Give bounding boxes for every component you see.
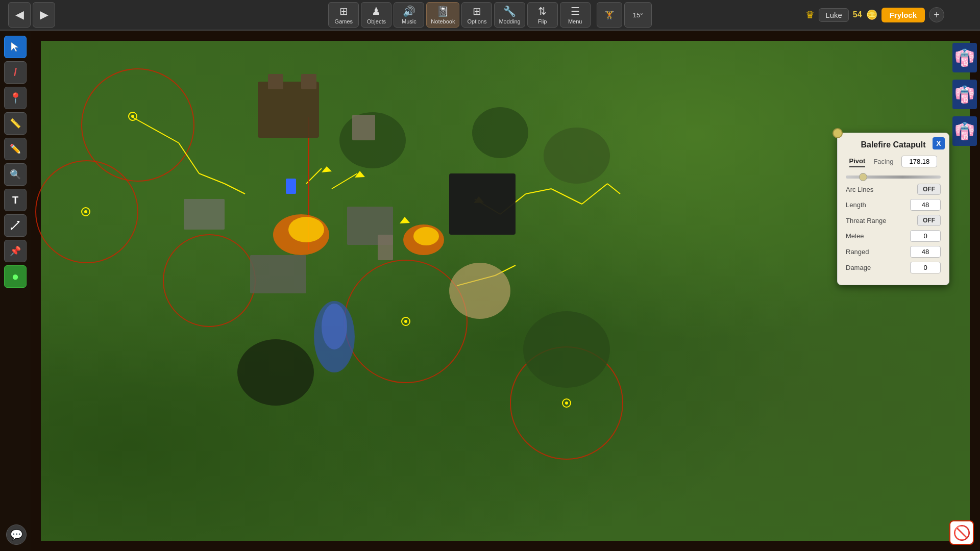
draw-tool[interactable]: / bbox=[4, 61, 27, 84]
coin-icon: 🪙 bbox=[866, 9, 877, 20]
length-label: Length bbox=[846, 201, 866, 209]
arc-lines-toggle[interactable]: OFF bbox=[917, 184, 941, 195]
draw-icon: / bbox=[14, 66, 17, 79]
options-icon: ⊞ bbox=[473, 5, 481, 17]
threat-range-row: Threat Range OFF bbox=[846, 215, 941, 226]
games-button[interactable]: ⊞ Games bbox=[328, 2, 359, 28]
luke-label: Luke bbox=[819, 8, 849, 22]
pin-tool[interactable]: 📍 bbox=[4, 87, 27, 109]
map-background bbox=[31, 31, 980, 551]
pencil-tool[interactable]: ✏️ bbox=[4, 138, 27, 160]
facing-slider[interactable] bbox=[846, 176, 941, 179]
avatar-3-icon: 👘 bbox=[954, 121, 975, 141]
cursor-icon bbox=[10, 41, 21, 53]
active-user-button[interactable]: Frylock bbox=[881, 8, 925, 22]
threat-range-label: Threat Range bbox=[846, 217, 887, 224]
notebook-icon: 📓 bbox=[436, 5, 449, 17]
map-area[interactable] bbox=[31, 31, 980, 551]
games-icon: ⊞ bbox=[339, 5, 348, 17]
left-tools-panel: / 📍 📏 ✏️ 🔍 T 📌 ● bbox=[4, 36, 27, 288]
music-button[interactable]: 🔊 Music bbox=[394, 2, 424, 28]
avatars-panel: 👘 👘 👘 bbox=[950, 41, 980, 148]
modding-icon: 🔧 bbox=[503, 5, 516, 17]
pencil-icon: ✏️ bbox=[10, 143, 21, 155]
pointer-tool[interactable]: 📌 bbox=[4, 240, 27, 262]
user-crown-icon: ♛ bbox=[805, 9, 815, 21]
toolbar: ◀ ▶ ⊞ Games ♟ Objects 🔊 Music 📓 Notebook… bbox=[0, 0, 980, 31]
menu-icon: ☰ bbox=[571, 5, 580, 17]
ranged-value[interactable]: 48 bbox=[910, 246, 941, 258]
svg-line-1 bbox=[11, 221, 19, 230]
action-button[interactable]: 🏋 bbox=[597, 2, 622, 28]
facing-value[interactable]: 178.18 bbox=[901, 156, 937, 167]
damage-value[interactable]: 0 bbox=[910, 262, 941, 273]
ruler-tool[interactable]: 📏 bbox=[4, 112, 27, 135]
arc-lines-row: Arc Lines OFF bbox=[846, 184, 941, 195]
avatar-1-icon: 👘 bbox=[954, 48, 975, 67]
measure-tool[interactable] bbox=[4, 214, 27, 237]
green-dot-tool[interactable]: ● bbox=[4, 265, 27, 288]
modding-button[interactable]: 🔧 Modding bbox=[494, 2, 525, 28]
avatar-1[interactable]: 👘 bbox=[952, 43, 977, 72]
panel-decoration bbox=[832, 128, 843, 138]
pivot-facing-tabs: Pivot Facing 178.18 bbox=[846, 156, 941, 167]
svg-marker-0 bbox=[11, 42, 18, 52]
menu-button[interactable]: ☰ Menu bbox=[560, 2, 591, 28]
damage-row: Damage 0 bbox=[846, 262, 941, 273]
options-button[interactable]: ⊞ Options bbox=[461, 2, 492, 28]
damage-label: Damage bbox=[846, 264, 871, 271]
ruler-icon: 📏 bbox=[10, 118, 21, 129]
score-display: 54 bbox=[853, 10, 862, 19]
green-dot-icon: ● bbox=[12, 269, 19, 284]
text-tool[interactable]: T bbox=[4, 189, 27, 211]
melee-label: Melee bbox=[846, 232, 864, 240]
nav-back-button[interactable]: ◀ bbox=[8, 2, 31, 28]
flip-icon: ⇅ bbox=[538, 5, 547, 17]
text-icon: T bbox=[12, 194, 18, 206]
facing-tab[interactable]: Facing bbox=[873, 156, 893, 167]
melee-value[interactable]: 0 bbox=[910, 230, 941, 242]
length-value[interactable]: 48 bbox=[910, 199, 941, 211]
flip-button[interactable]: ⇅ Flip bbox=[527, 2, 558, 28]
avatar-2[interactable]: 👘 bbox=[952, 80, 977, 109]
threat-range-toggle[interactable]: OFF bbox=[917, 215, 941, 226]
cursor-tool[interactable] bbox=[4, 36, 27, 58]
chat-button[interactable]: 💬 bbox=[6, 524, 27, 545]
ban-icon: 🚫 bbox=[953, 524, 971, 541]
objects-icon: ♟ bbox=[372, 5, 381, 17]
arc-lines-label: Arc Lines bbox=[846, 186, 873, 193]
panel-title: Balefire Catapult bbox=[846, 140, 941, 149]
pin-icon: 📍 bbox=[9, 92, 22, 104]
avatar-2-icon: 👘 bbox=[954, 85, 975, 104]
length-row: Length 48 bbox=[846, 199, 941, 211]
music-icon: 🔊 bbox=[403, 5, 415, 17]
magnify-tool[interactable]: 🔍 bbox=[4, 163, 27, 186]
pivot-tab[interactable]: Pivot bbox=[849, 156, 866, 167]
angle-display: 15° bbox=[624, 2, 652, 28]
magnify-icon: 🔍 bbox=[10, 169, 21, 180]
properties-panel: X Balefire Catapult Pivot Facing 178.18 … bbox=[837, 133, 949, 285]
add-user-button[interactable]: + bbox=[929, 7, 944, 22]
ranged-label: Ranged bbox=[846, 248, 869, 256]
measure-icon bbox=[10, 220, 21, 231]
ranged-row: Ranged 48 bbox=[846, 246, 941, 258]
close-button[interactable]: X bbox=[933, 137, 945, 149]
nav-forward-button[interactable]: ▶ bbox=[33, 2, 55, 28]
pointer-icon: 📌 bbox=[10, 245, 21, 257]
objects-button[interactable]: ♟ Objects bbox=[361, 2, 391, 28]
ban-button[interactable]: 🚫 bbox=[949, 520, 974, 545]
notebook-button[interactable]: 📓 Notebook bbox=[426, 2, 459, 28]
melee-row: Melee 0 bbox=[846, 230, 941, 242]
avatar-3[interactable]: 👘 bbox=[952, 116, 977, 146]
chat-icon: 💬 bbox=[10, 529, 23, 541]
